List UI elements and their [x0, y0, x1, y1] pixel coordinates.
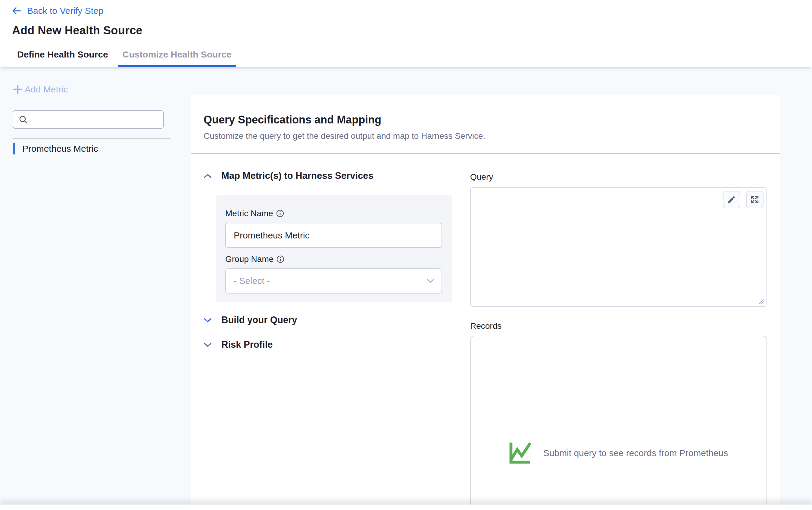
section-risk-profile[interactable]: Risk Profile	[204, 339, 470, 350]
records-empty-state: Submit query to see records from Prometh…	[509, 442, 728, 464]
records-label: Records	[470, 321, 766, 331]
mapping-column: Map Metric(s) to Harness Services Metric…	[204, 154, 470, 510]
back-link[interactable]: Back to Verify Step	[12, 5, 103, 17]
line-chart-icon	[509, 442, 538, 464]
section-map-metrics[interactable]: Map Metric(s) to Harness Services	[204, 171, 470, 181]
arrow-left-icon	[12, 7, 21, 15]
expand-icon	[750, 195, 759, 204]
health-source-tabs: Define Health Source Customize Health So…	[0, 42, 812, 67]
section-label: Build your Query	[221, 314, 297, 325]
query-textarea[interactable]	[471, 188, 766, 306]
metric-mapping-panel: Metric Name Group Name	[216, 195, 452, 302]
group-name-placeholder: - Select -	[234, 276, 270, 286]
content-area: Add Metric Prometheus Metric Query Speci…	[0, 67, 812, 510]
chevron-up-icon	[204, 173, 212, 179]
query-column: Query	[470, 154, 766, 510]
query-editor	[470, 187, 766, 307]
metric-search-input[interactable]	[28, 111, 163, 128]
page-title: Add New Health Source	[12, 24, 812, 37]
metric-name-input[interactable]	[225, 223, 442, 248]
tab-customize-health-source[interactable]: Customize Health Source	[118, 42, 236, 67]
selected-indicator-bar	[13, 143, 15, 154]
plus-icon	[13, 84, 23, 94]
chevron-down-icon	[204, 342, 212, 348]
metric-search-box	[13, 110, 164, 129]
sidebar-divider	[13, 138, 171, 139]
page-header: Back to Verify Step Add New Health Sourc…	[0, 0, 812, 42]
bottom-bar	[0, 505, 812, 510]
metrics-sidebar: Add Metric Prometheus Metric	[0, 67, 190, 510]
edit-query-button[interactable]	[723, 191, 740, 208]
tab-define-health-source[interactable]: Define Health Source	[13, 42, 113, 67]
section-label: Risk Profile	[221, 339, 273, 350]
card-header: Query Specifications and Mapping Customi…	[191, 95, 780, 141]
chevron-down-icon	[204, 318, 212, 323]
records-empty-text: Submit query to see records from Prometh…	[543, 448, 728, 458]
group-name-label: Group Name	[225, 254, 273, 264]
card-subtitle: Customize the query to get the desired o…	[204, 131, 768, 141]
sidebar-item-prometheus-metric[interactable]: Prometheus Metric	[13, 143, 190, 154]
info-icon[interactable]	[276, 210, 284, 217]
resize-handle[interactable]	[757, 298, 764, 304]
metric-name-label: Metric Name	[225, 209, 273, 218]
expand-query-button[interactable]	[746, 191, 763, 208]
main-region: Query Specifications and Mapping Customi…	[190, 67, 812, 510]
card-title: Query Specifications and Mapping	[204, 114, 768, 126]
records-panel: Submit query to see records from Prometh…	[470, 336, 766, 510]
pencil-icon	[727, 195, 736, 204]
add-metric-label: Add Metric	[25, 84, 68, 94]
search-icon	[19, 115, 28, 124]
section-build-your-query[interactable]: Build your Query	[204, 314, 470, 325]
caret-down-icon	[427, 278, 434, 283]
card-body: Map Metric(s) to Harness Services Metric…	[191, 154, 780, 510]
section-label: Map Metric(s) to Harness Services	[221, 171, 374, 181]
info-icon[interactable]	[277, 255, 284, 263]
query-label: Query	[470, 172, 766, 182]
group-name-select[interactable]: - Select -	[225, 268, 442, 294]
add-metric-button[interactable]: Add Metric	[13, 84, 68, 94]
metric-item-label: Prometheus Metric	[22, 144, 98, 154]
back-link-label: Back to Verify Step	[27, 6, 103, 16]
query-specifications-card: Query Specifications and Mapping Customi…	[191, 95, 780, 510]
